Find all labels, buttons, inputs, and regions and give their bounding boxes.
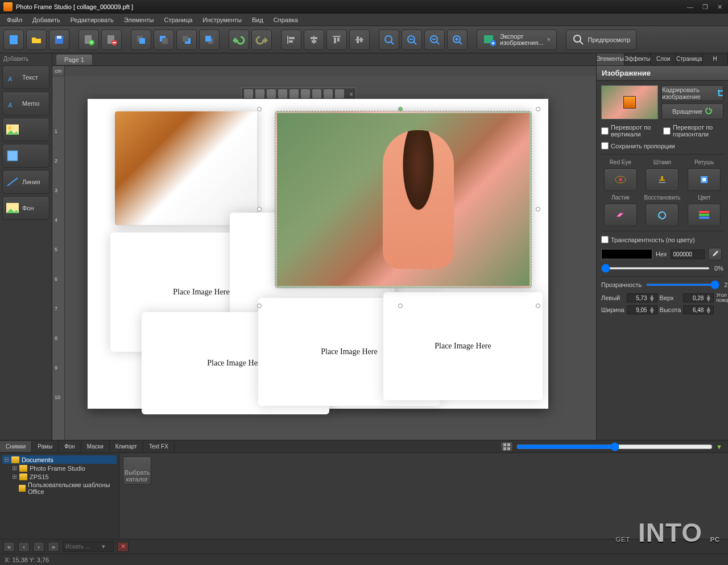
redeye-tool-button[interactable]: [604, 168, 637, 191]
floating-toolbar[interactable]: x: [241, 88, 356, 100]
clear-search-button[interactable]: ✕: [117, 542, 129, 552]
tab-elements[interactable]: Элементы: [597, 53, 624, 65]
nav-last-button[interactable]: »: [48, 542, 59, 552]
flip-horizontal-checkbox[interactable]: [663, 127, 671, 135]
thumb-size-icon[interactable]: [500, 442, 513, 452]
transparency-slider[interactable]: [601, 267, 710, 269]
zoom-fit-button[interactable]: [379, 30, 399, 50]
nav-next-button[interactable]: ›: [33, 542, 44, 552]
replace-image-icon[interactable]: [623, 96, 636, 109]
choose-folder-button[interactable]: Выбрать каталог: [123, 456, 151, 485]
ft-icon[interactable]: [301, 89, 310, 98]
nav-prev-button[interactable]: ‹: [18, 542, 30, 552]
btab-masks[interactable]: Маски: [81, 441, 110, 452]
selection-handle[interactable]: [536, 207, 540, 211]
retouch-tool-button[interactable]: [688, 168, 721, 191]
ft-icon[interactable]: [278, 89, 287, 98]
zoom-in-button[interactable]: [447, 30, 468, 50]
export-button[interactable]: Экспортизображения... ▾: [477, 30, 557, 50]
flip-vertical-checkbox[interactable]: [601, 127, 609, 135]
close-button[interactable]: ✕: [715, 3, 725, 11]
canvas[interactable]: x Place Image Here Place Image Here Plac…: [65, 76, 596, 440]
send-back-button[interactable]: [199, 30, 220, 50]
minimize-button[interactable]: —: [685, 3, 696, 11]
bring-forward-button[interactable]: [154, 30, 174, 50]
align-middle-button[interactable]: [349, 30, 370, 50]
selection-handle[interactable]: [257, 304, 262, 308]
eyedropper-button[interactable]: [708, 248, 722, 260]
ft-icon[interactable]: [324, 89, 333, 98]
transparency-checkbox[interactable]: [601, 236, 609, 243]
search-input[interactable]: [65, 543, 100, 550]
zoom-100-button[interactable]: [402, 30, 422, 50]
menu-page[interactable]: Страница: [159, 15, 197, 24]
menu-help[interactable]: Справка: [269, 15, 303, 24]
thumb-size-slider[interactable]: [516, 442, 713, 451]
top-input[interactable]: [685, 295, 704, 301]
tree-item[interactable]: Пользовательские шаблоны Office: [2, 481, 117, 496]
menu-elements[interactable]: Элементы: [119, 15, 159, 24]
image-tiger[interactable]: [115, 111, 257, 225]
height-input[interactable]: [685, 307, 704, 313]
left-input[interactable]: [629, 295, 647, 301]
add-text-button[interactable]: AТекст: [2, 65, 49, 89]
rotate-button[interactable]: Вращение: [661, 103, 723, 119]
search-box[interactable]: ▾: [63, 541, 114, 552]
menu-tools[interactable]: Инструменты: [198, 15, 246, 24]
add-shape-button[interactable]: [2, 144, 49, 168]
ft-close-icon[interactable]: x: [350, 90, 353, 97]
crop-button[interactable]: Кадрировать изображение: [661, 85, 723, 101]
tab-effects[interactable]: Эффекты: [624, 53, 651, 65]
image-woman-selected[interactable]: [275, 111, 531, 288]
align-center-button[interactable]: [304, 30, 324, 50]
selection-handle[interactable]: [536, 107, 540, 111]
selection-handle-rotate[interactable]: [398, 107, 403, 111]
align-top-button[interactable]: [326, 30, 347, 50]
ft-icon[interactable]: [255, 89, 264, 98]
keep-proportions-checkbox[interactable]: [601, 142, 609, 149]
menu-add[interactable]: Добавить: [28, 15, 65, 24]
add-line-button[interactable]: Линия: [2, 170, 49, 194]
tree-root[interactable]: ⊟Documents: [2, 455, 117, 464]
preview-button[interactable]: Предпросмотр: [566, 30, 637, 50]
opacity-slider[interactable]: [646, 284, 719, 286]
page-canvas[interactable]: Place Image Here Place Image Here Place …: [88, 99, 548, 409]
page-tab-1[interactable]: Page 1: [56, 54, 93, 65]
selection-handle[interactable]: [257, 207, 262, 211]
nav-first-button[interactable]: «: [3, 542, 15, 552]
send-backward-button[interactable]: [176, 30, 197, 50]
image-thumbnail[interactable]: [601, 85, 658, 119]
stamp-tool-button[interactable]: [646, 168, 679, 191]
add-background-button[interactable]: Фон: [2, 196, 49, 220]
tree-item[interactable]: ⊞ZPS15: [2, 472, 117, 481]
hex-input[interactable]: [671, 250, 705, 259]
color-tool-button[interactable]: [688, 203, 721, 226]
tree-item[interactable]: ⊞Photo Frame Studio: [2, 464, 117, 472]
placeholder-5[interactable]: Place Image Here: [383, 292, 543, 400]
width-input[interactable]: [629, 307, 647, 313]
redo-button[interactable]: [251, 30, 272, 50]
btab-clipart[interactable]: Клипарт: [110, 441, 143, 452]
tab-page[interactable]: Страница: [676, 53, 702, 65]
menu-file[interactable]: Файл: [2, 15, 27, 24]
transparency-color-swatch[interactable]: [601, 249, 652, 259]
bring-front-button[interactable]: [131, 30, 151, 50]
menu-edit[interactable]: Редактировать: [66, 15, 118, 24]
undo-button[interactable]: [229, 30, 249, 50]
selection-handle[interactable]: [398, 304, 403, 308]
open-button[interactable]: [26, 30, 47, 50]
page-remove-button[interactable]: [101, 30, 122, 50]
ft-icon[interactable]: [312, 89, 321, 98]
align-left-button[interactable]: [281, 30, 301, 50]
btab-frames[interactable]: Рамы: [32, 441, 59, 452]
tab-layers[interactable]: Слои: [651, 53, 676, 65]
save-button[interactable]: [49, 30, 69, 50]
selection-handle[interactable]: [536, 304, 540, 308]
maximize-button[interactable]: ❐: [700, 3, 710, 11]
menu-view[interactable]: Вид: [247, 15, 268, 24]
btab-photos[interactable]: Снимки: [0, 441, 32, 452]
zoom-out-button[interactable]: [424, 30, 445, 50]
restore-tool-button[interactable]: [646, 203, 679, 226]
ft-icon[interactable]: [335, 89, 344, 98]
tab-more[interactable]: Н: [702, 53, 728, 65]
